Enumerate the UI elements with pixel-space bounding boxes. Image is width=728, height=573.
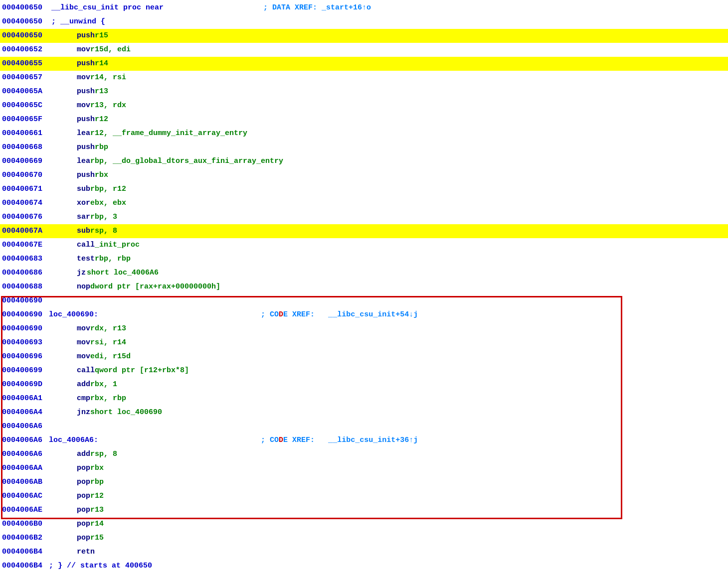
ops-15: ebx, ebx <box>90 196 126 210</box>
mnem-33: add <box>47 447 90 461</box>
addr-12: 000400669 <box>2 154 47 168</box>
line-1: 000400650 __libc_csu_init proc near ; DA… <box>0 1 728 15</box>
mnem-9: push <box>47 113 95 127</box>
ops-33: rsp, 8 <box>90 447 117 461</box>
ops-7: r13 <box>95 85 108 99</box>
line-10: 000400661 lea r12, __frame_dummy_init_ar… <box>0 127 728 141</box>
ops-10: r12, __frame_dummy_init_array_entry <box>90 127 247 141</box>
line-35: 0004006AB pop rbp <box>0 475 728 489</box>
mnem-25: mov <box>47 336 90 350</box>
addr-41: 0004006B4 <box>2 559 47 573</box>
addr-29: 0004006A1 <box>2 392 47 406</box>
line-32: 0004006A6 loc_4006A6: ; CODE XREF: __lib… <box>0 433 728 447</box>
line-14: 000400671 sub rbp, r12 <box>0 182 728 196</box>
mnem-6: mov <box>47 71 90 85</box>
line-27: 000400699 call qword ptr [r12+rbx*8] <box>0 364 728 378</box>
line-37: 0004006AE pop r13 <box>0 503 728 517</box>
addr-26: 000400696 <box>2 350 47 364</box>
ops-25: rsi, r14 <box>90 336 126 350</box>
line-25: 000400693 mov rsi, r14 <box>0 336 728 350</box>
addr-35: 0004006AB <box>2 475 47 489</box>
mnem-40: retn <box>47 545 95 559</box>
mnem-38: pop <box>47 517 90 531</box>
ops-38: r14 <box>90 517 104 531</box>
ops-9: r12 <box>95 113 108 127</box>
line-5: 000400655 push r14 <box>0 57 728 71</box>
line-20: 000400686 jz short loc_4006A6 <box>0 266 728 280</box>
mnem-39: pop <box>47 531 90 545</box>
ops-27: qword ptr [r12+rbx*8] <box>95 364 189 378</box>
line-17: 00040067A sub rsp, 8 <box>0 224 728 238</box>
addr-10: 000400661 <box>2 127 47 141</box>
line-29: 0004006A1 cmp rbx, rbp <box>0 392 728 406</box>
line-30: 0004006A4 jnz short loc_400690 <box>0 406 728 420</box>
loc-label-690: loc_400690: <box>47 308 98 322</box>
mnem-26: mov <box>47 350 90 364</box>
mnem-20: jz <box>47 266 87 280</box>
mnem-3: push <box>47 29 95 43</box>
addr-24: 000400690 <box>2 322 47 336</box>
ops-16: rbp, 3 <box>90 210 117 224</box>
ops-8: r13, rdx <box>90 99 126 113</box>
line-8: 00040065C mov r13, rdx <box>0 99 728 113</box>
comment-1: ; DATA XREF: _start+16↑o <box>263 1 371 15</box>
line-38: 0004006B0 pop r14 <box>0 517 728 531</box>
line-6: 000400657 mov r14, rsi <box>0 71 728 85</box>
mnem-8: mov <box>47 99 90 113</box>
ops-34: rbx <box>90 461 104 475</box>
addr-13: 000400670 <box>2 168 47 182</box>
ops-21: dword ptr [rax+rax+00000000h] <box>90 280 220 294</box>
line-2: 000400650 ; __unwind { <box>0 15 728 29</box>
addr-27: 000400699 <box>2 364 47 378</box>
addr-38: 0004006B0 <box>2 517 47 531</box>
line-22: 000400690 <box>0 294 728 308</box>
mnem-29: cmp <box>47 392 90 406</box>
line-31: 0004006A6 <box>0 420 728 433</box>
mnem-37: pop <box>47 503 90 517</box>
ops-37: r13 <box>90 503 104 517</box>
addr-11: 000400668 <box>2 141 47 154</box>
line-15: 000400674 xor ebx, ebx <box>0 196 728 210</box>
addr-36: 0004006AC <box>2 489 47 503</box>
line-36: 0004006AC pop r12 <box>0 489 728 503</box>
mnem-5: push <box>47 57 95 71</box>
line-28: 00040069D add rbx, 1 <box>0 378 728 392</box>
ops-5: r14 <box>95 57 108 71</box>
addr-5: 000400655 <box>2 57 47 71</box>
ops-28: rbx, 1 <box>90 378 117 392</box>
mnem-11: push <box>47 141 95 154</box>
xref-690: ; CODE XREF: __libc_csu_init+54↓j <box>108 308 418 322</box>
line-7: 00040065A push r13 <box>0 85 728 99</box>
mnem-18: call <box>47 238 95 252</box>
footer-comment: ; } // starts at 400650 <box>47 559 152 573</box>
line-19: 000400683 test rbp, rbp <box>0 252 728 266</box>
addr-21: 000400688 <box>2 280 47 294</box>
ops-30: short loc_400690 <box>90 406 162 420</box>
addr-28: 00040069D <box>2 378 47 392</box>
addr-20: 000400686 <box>2 266 47 280</box>
line-40: 0004006B4 retn <box>0 545 728 559</box>
ops-29: rbx, rbp <box>90 392 126 406</box>
addr-2: 000400650 <box>2 15 47 29</box>
line-34: 0004006AA pop rbx <box>0 461 728 475</box>
line-11: 000400668 push rbp <box>0 141 728 154</box>
addr-34: 0004006AA <box>2 461 47 475</box>
line-33: 0004006A6 add rsp, 8 <box>0 447 728 461</box>
addr-4: 000400652 <box>2 43 47 57</box>
mnem-27: call <box>47 364 95 378</box>
addr-30: 0004006A4 <box>2 406 47 420</box>
addr-19: 000400683 <box>2 252 47 266</box>
ops-6: r14, rsi <box>90 71 126 85</box>
addr-23: 000400690 <box>2 308 47 322</box>
line-16: 000400676 sar rbp, 3 <box>0 210 728 224</box>
addr-17: 00040067A <box>2 224 47 238</box>
line-24: 000400690 mov rdx, r13 <box>0 322 728 336</box>
ops-24: rdx, r13 <box>90 322 126 336</box>
mnem-4: mov <box>47 43 90 57</box>
addr-3: 000400650 <box>2 29 47 43</box>
mnem-7: push <box>47 85 95 99</box>
addr-8: 00040065C <box>2 99 47 113</box>
addr-15: 000400674 <box>2 196 47 210</box>
proc-header: __libc_csu_init proc near <box>47 1 164 15</box>
addr-7: 00040065A <box>2 85 47 99</box>
